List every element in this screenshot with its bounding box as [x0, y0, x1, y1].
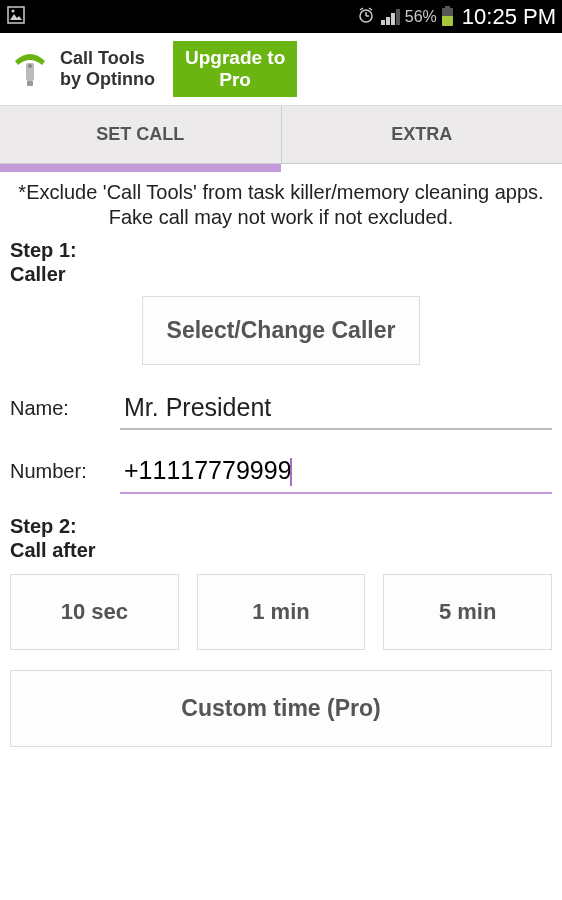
- tab-extra[interactable]: EXTRA: [282, 106, 563, 163]
- status-time: 10:25 PM: [462, 4, 556, 30]
- app-header: Call Tools by Optinno Upgrade to Pro: [0, 33, 562, 105]
- step2-label: Step 2: Call after: [10, 514, 552, 562]
- time-options: 10 sec 1 min 5 min: [10, 574, 552, 650]
- main-content: *Exclude 'Call Tools' from task killer/m…: [0, 172, 562, 755]
- svg-line-6: [360, 8, 363, 10]
- svg-marker-1: [10, 14, 22, 20]
- time-1min-button[interactable]: 1 min: [197, 574, 366, 650]
- tab-set-call[interactable]: SET CALL: [0, 106, 282, 163]
- time-5min-button[interactable]: 5 min: [383, 574, 552, 650]
- number-row: Number: +11117779999: [10, 450, 552, 494]
- number-label: Number:: [10, 460, 100, 483]
- signal-icon: [381, 9, 400, 25]
- exclude-notice: *Exclude 'Call Tools' from task killer/m…: [10, 180, 552, 238]
- svg-rect-9: [27, 81, 33, 86]
- time-10sec-button[interactable]: 10 sec: [10, 574, 179, 650]
- svg-line-7: [369, 8, 372, 10]
- name-label: Name:: [10, 397, 100, 420]
- step1-label: Step 1: Caller: [10, 238, 552, 286]
- name-input[interactable]: [120, 387, 552, 430]
- svg-point-10: [28, 64, 32, 68]
- svg-rect-0: [8, 7, 24, 23]
- app-title: Call Tools by Optinno: [60, 48, 155, 89]
- app-icon: [10, 49, 50, 89]
- number-input[interactable]: +11117779999: [120, 450, 552, 494]
- svg-point-2: [12, 9, 15, 12]
- name-row: Name:: [10, 387, 552, 430]
- image-icon: [6, 5, 26, 29]
- battery-icon: [442, 8, 453, 26]
- select-caller-button[interactable]: Select/Change Caller: [142, 296, 421, 365]
- custom-time-button[interactable]: Custom time (Pro): [10, 670, 552, 747]
- alarm-icon: [356, 5, 376, 28]
- tab-indicator: [0, 164, 281, 172]
- upgrade-pro-button[interactable]: Upgrade to Pro: [173, 41, 297, 97]
- text-cursor: [290, 458, 292, 486]
- status-bar: 56% 10:25 PM: [0, 0, 562, 33]
- battery-percent: 56%: [405, 8, 437, 26]
- tabs: SET CALL EXTRA: [0, 105, 562, 164]
